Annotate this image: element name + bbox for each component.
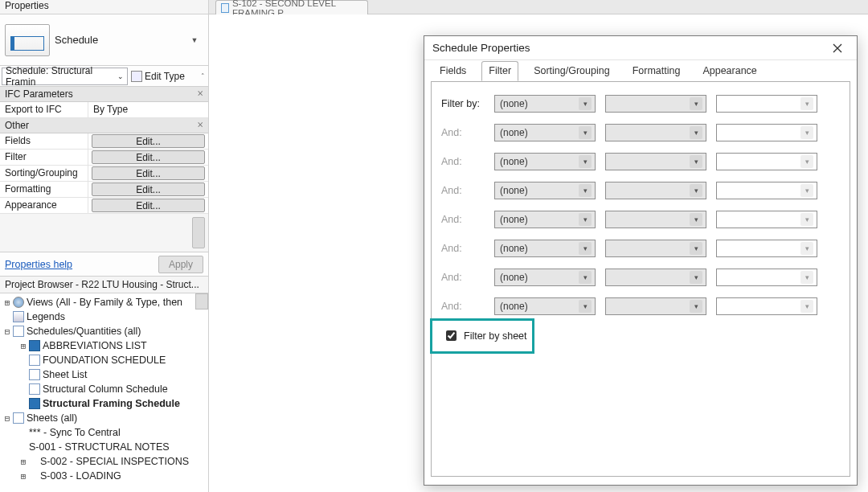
tree-sheet-sync[interactable]: *** - Sync To Central [29, 427, 121, 438]
filter-field-combo-1[interactable]: (none)▾ [494, 95, 596, 113]
tree-item-sheetlist[interactable]: Sheet List [43, 369, 88, 380]
tree-sheets-node[interactable]: Sheets (all) [27, 412, 77, 424]
and-label: And: [441, 272, 485, 283]
filter-field-combo-4[interactable]: (none)▾ [494, 182, 596, 199]
filter-value-combo-3[interactable]: ▾ [716, 153, 817, 170]
collapse-icon: ⨯ [197, 88, 203, 100]
dialog-title: Schedule Properties [432, 42, 530, 54]
category-ifc-parameters[interactable]: IFC Parameters⨯ [0, 87, 208, 102]
schedules-icon [13, 326, 24, 337]
properties-scrollbar[interactable] [0, 214, 208, 252]
dialog-tabs: Fields Filter Sorting/Grouping Formattin… [424, 60, 857, 81]
tab-appearance[interactable]: Appearance [695, 61, 764, 81]
filter-operator-combo-8[interactable]: ▾ [605, 297, 706, 315]
filter-field-combo-6[interactable]: (none)▾ [494, 240, 596, 257]
document-tab[interactable]: S-102 - SECOND LEVEL FRAMING P... [215, 0, 368, 14]
and-label: And: [441, 185, 485, 196]
filter-value-combo-4[interactable]: ▾ [716, 182, 817, 199]
schedule-item-icon [29, 398, 40, 409]
filter-operator-combo-2[interactable]: ▾ [605, 124, 706, 141]
chevron-up-icon[interactable]: ˄ [197, 72, 208, 80]
type-selector[interactable]: Schedule ▼ [0, 14, 208, 66]
param-row-export-ifc[interactable]: Export to IFC By Type [0, 102, 208, 118]
legends-icon [13, 311, 24, 322]
filter-operator-combo-3[interactable]: ▾ [605, 153, 706, 170]
tree-sheet-s002[interactable]: S-002 - SPECIAL INSPECTIONS [40, 456, 189, 467]
filter-value-combo-7[interactable]: ▾ [716, 269, 817, 286]
schedule-properties-dialog: Schedule Properties Fields Filter Sortin… [424, 35, 858, 486]
and-label: And: [441, 214, 485, 225]
edit-type-icon [131, 71, 142, 82]
left-sidebar: Properties Schedule ▼ Schedule: Structur… [0, 0, 209, 492]
expand-icon[interactable]: ⊞ [2, 297, 13, 308]
param-row-sorting: Sorting/Grouping Edit... [0, 166, 208, 182]
expand-icon[interactable]: ⊞ [18, 457, 29, 467]
edit-fields-button[interactable]: Edit... [92, 134, 205, 148]
edit-type-button[interactable]: Edit Type [131, 68, 195, 85]
tree-views-node[interactable]: Views (All - By Family & Type, then [27, 297, 182, 308]
properties-panel-title: Properties [0, 0, 208, 14]
expand-icon[interactable]: ⊞ [18, 341, 29, 351]
collapse-icon: ⨯ [197, 120, 203, 131]
filter-field-combo-5[interactable]: (none)▾ [494, 211, 596, 228]
tree-item-column-schedule[interactable]: Structural Column Schedule [43, 383, 168, 395]
schedule-item-icon [29, 383, 40, 395]
properties-help-link[interactable]: Properties help [5, 259, 72, 270]
param-row-formatting: Formatting Edit... [0, 182, 208, 198]
edit-sorting-button[interactable]: Edit... [92, 166, 205, 180]
project-browser-title: Project Browser - R22 LTU Housing - Stru… [0, 277, 208, 293]
filter-value-combo-5[interactable]: ▾ [716, 211, 817, 228]
filter-field-combo-8[interactable]: (none)▾ [494, 297, 596, 315]
instance-combo[interactable]: Schedule: Structural Framin ⌄ [2, 68, 128, 85]
tab-sorting[interactable]: Sorting/Grouping [526, 61, 617, 81]
project-browser-tree[interactable]: ⊞ Views (All - By Family & Type, then Le… [0, 293, 208, 492]
tab-filter[interactable]: Filter [481, 61, 518, 81]
document-tab-bar: S-102 - SECOND LEVEL FRAMING P... [209, 0, 868, 14]
sheets-icon [13, 412, 24, 424]
filter-operator-combo-6[interactable]: ▾ [605, 240, 706, 257]
close-icon [833, 43, 842, 53]
edit-formatting-button[interactable]: Edit... [92, 182, 205, 196]
apply-button[interactable]: Apply [158, 256, 203, 273]
and-label: And: [441, 156, 485, 167]
filter-value-combo-2[interactable]: ▾ [716, 124, 817, 141]
param-row-appearance: Appearance Edit... [0, 198, 208, 214]
filter-field-combo-7[interactable]: (none)▾ [494, 269, 596, 286]
param-row-fields: Fields Edit... [0, 133, 208, 150]
tree-schedules-node[interactable]: Schedules/Quantities (all) [27, 326, 141, 337]
dialog-body: Filter by: (none)▾ ▾ ▾ And: (none)▾ ▾ ▾ … [431, 81, 850, 477]
filter-operator-combo-5[interactable]: ▾ [605, 211, 706, 228]
tree-legends-node[interactable]: Legends [27, 311, 65, 322]
schedule-item-icon [29, 355, 40, 366]
category-other[interactable]: Other⨯ [0, 118, 208, 133]
chevron-down-icon[interactable]: ▼ [187, 33, 202, 47]
filter-value-combo-6[interactable]: ▾ [716, 240, 817, 257]
expand-icon[interactable]: ⊞ [18, 471, 29, 482]
edit-appearance-button[interactable]: Edit... [92, 199, 205, 212]
tree-item-abbreviations[interactable]: ABBREVIATIONS LIST [43, 340, 147, 351]
filter-value-combo-8[interactable]: ▾ [716, 297, 817, 315]
filter-operator-combo-1[interactable]: ▾ [605, 95, 706, 113]
edit-filter-button[interactable]: Edit... [92, 150, 205, 164]
filter-operator-combo-4[interactable]: ▾ [605, 182, 706, 199]
tree-sheet-s003[interactable]: S-003 - LOADING [40, 470, 121, 482]
close-button[interactable] [826, 39, 849, 57]
tab-formatting[interactable]: Formatting [625, 61, 688, 81]
schedule-item-icon [29, 369, 40, 380]
collapse-icon[interactable]: ⊟ [2, 326, 13, 337]
filter-operator-combo-7[interactable]: ▾ [605, 269, 706, 286]
highlight-annotation [430, 318, 534, 354]
and-label: And: [441, 301, 485, 312]
tree-scrollbar[interactable] [195, 293, 208, 310]
tree-sheet-s001[interactable]: S-001 - STRUCTURAL NOTES [29, 441, 170, 453]
filter-field-combo-2[interactable]: (none)▾ [494, 124, 596, 141]
filter-value-combo-1[interactable]: ▾ [716, 95, 817, 113]
tree-item-foundation[interactable]: FOUNDATION SCHEDULE [43, 355, 166, 366]
filter-field-combo-3[interactable]: (none)▾ [494, 153, 596, 170]
tab-fields[interactable]: Fields [432, 61, 473, 81]
instance-value: Schedule: Structural Framin [6, 65, 117, 88]
tree-item-framing-schedule[interactable]: Structural Framing Schedule [43, 398, 180, 409]
type-selector-label: Schedule [55, 34, 187, 46]
collapse-icon[interactable]: ⊟ [2, 413, 13, 424]
sheet-icon [221, 3, 229, 13]
